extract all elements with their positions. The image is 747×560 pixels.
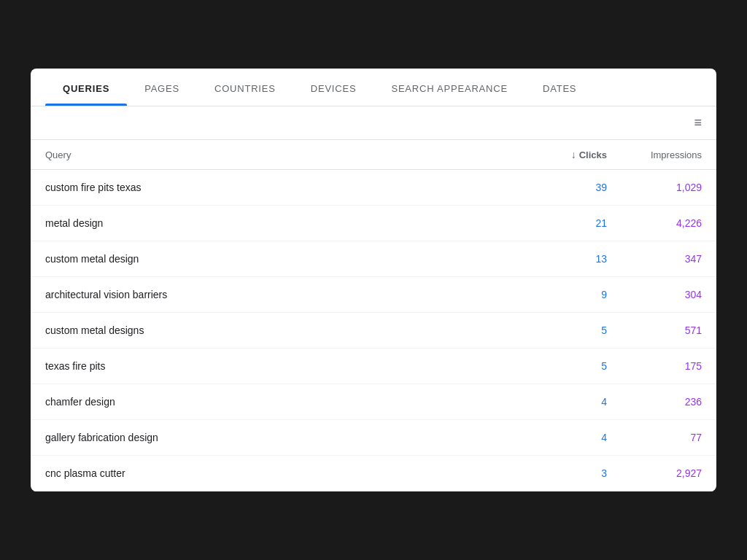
tab-queries[interactable]: QUERIES (45, 69, 127, 106)
row-clicks: 5 (512, 360, 607, 372)
row-query: cnc plasma cutter (45, 467, 512, 479)
tab-dates[interactable]: DATES (525, 69, 594, 106)
table-row[interactable]: architectural vision barriers 9 304 (31, 277, 716, 313)
row-clicks: 9 (512, 289, 607, 300)
col-clicks-header[interactable]: ↓ Clicks (512, 149, 607, 160)
filter-icon[interactable]: ≡ (694, 115, 702, 131)
row-query: custom fire pits texas (45, 182, 512, 193)
table-container: Query ↓ Clicks Impressions custom fire p… (31, 140, 716, 491)
table-row[interactable]: custom fire pits texas 39 1,029 (31, 170, 716, 206)
col-clicks-label: Clicks (579, 149, 607, 160)
row-clicks: 21 (512, 217, 607, 229)
table-header: Query ↓ Clicks Impressions (31, 140, 716, 170)
row-impressions: 347 (607, 253, 702, 265)
row-clicks: 4 (512, 396, 607, 408)
tab-devices[interactable]: DEVICES (293, 69, 374, 106)
row-impressions: 236 (607, 396, 702, 408)
row-query: custom metal designs (45, 324, 512, 336)
table-row[interactable]: cnc plasma cutter 3 2,927 (31, 456, 716, 491)
sort-arrow-icon: ↓ (571, 149, 576, 160)
row-clicks: 4 (512, 432, 607, 443)
row-query: metal design (45, 217, 512, 229)
row-clicks: 5 (512, 324, 607, 336)
table-row[interactable]: texas fire pits 5 175 (31, 349, 716, 384)
row-query: texas fire pits (45, 360, 512, 372)
filter-bar: ≡ (31, 106, 716, 140)
row-impressions: 175 (607, 360, 702, 372)
row-clicks: 13 (512, 253, 607, 265)
table-row[interactable]: chamfer design 4 236 (31, 384, 716, 420)
row-impressions: 4,226 (607, 217, 702, 229)
tab-pages[interactable]: PAGES (127, 69, 197, 106)
tabs-bar: QUERIES PAGES COUNTRIES DEVICES SEARCH A… (31, 69, 716, 106)
row-impressions: 1,029 (607, 182, 702, 193)
table-row[interactable]: metal design 21 4,226 (31, 206, 716, 241)
row-query: custom metal design (45, 253, 512, 265)
tab-countries[interactable]: COUNTRIES (197, 69, 293, 106)
row-query: gallery fabrication design (45, 432, 512, 443)
col-impressions-header[interactable]: Impressions (607, 149, 702, 160)
row-impressions: 304 (607, 289, 702, 300)
table-row[interactable]: custom metal designs 5 571 (31, 313, 716, 349)
table-row[interactable]: custom metal design 13 347 (31, 241, 716, 277)
row-clicks: 39 (512, 182, 607, 193)
tab-search-appearance[interactable]: SEARCH APPEARANCE (374, 69, 525, 106)
col-query-header: Query (45, 149, 512, 160)
row-impressions: 2,927 (607, 467, 702, 479)
table-row[interactable]: gallery fabrication design 4 77 (31, 420, 716, 456)
row-impressions: 77 (607, 432, 702, 443)
row-query: chamfer design (45, 396, 512, 408)
main-container: QUERIES PAGES COUNTRIES DEVICES SEARCH A… (31, 69, 716, 491)
table-body: custom fire pits texas 39 1,029 metal de… (31, 170, 716, 491)
row-clicks: 3 (512, 467, 607, 479)
row-impressions: 571 (607, 324, 702, 336)
row-query: architectural vision barriers (45, 289, 512, 300)
